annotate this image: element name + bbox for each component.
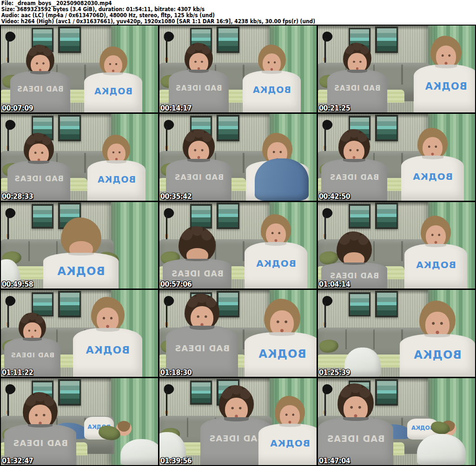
picture-frame [375, 291, 398, 317]
timestamp-label: 01:25:39 [319, 369, 350, 377]
shirt-print-text: ВОДКА [87, 174, 145, 184]
landscape-painting [33, 294, 52, 315]
shirt-print-text: ВОДКА [43, 265, 119, 278]
person-blond-figure: ВОДКА [73, 297, 142, 377]
person-blond-figure: ВОДКА [400, 301, 475, 377]
figure-shirt: ВОДКА [43, 253, 119, 289]
figure-head [183, 129, 214, 163]
video-thumbnail: BAD IDEASВОДКА00:28:33 [1, 114, 158, 201]
figure-head [26, 45, 55, 75]
timestamp-label: 01:39:56 [160, 457, 192, 465]
video-thumbnail: BAD IDEASВОДКА00:42:50 [318, 114, 475, 201]
figure-head [102, 135, 130, 164]
shirt-print-text: BAD IDEAS [7, 174, 70, 183]
figure-head [19, 313, 46, 341]
person-blond-figure: ВОДКА [258, 396, 317, 465]
person-blond-figure: ВОДКА [245, 214, 307, 289]
lamp-knob [324, 322, 326, 326]
shirt-print-text: BAD IDEAS [321, 271, 387, 280]
figure-head [338, 129, 370, 163]
timestamp-label: 00:57:06 [160, 281, 192, 289]
timestamp-label: 00:42:50 [319, 193, 350, 201]
shirt-print-text: ВОДКА [404, 259, 467, 270]
shirt-print-text: BAD IDEAS [166, 343, 238, 353]
video-thumbnail: BAD IDEASВОДКА00:35:42 [159, 114, 317, 201]
timestamp-label: 00:49:58 [2, 281, 33, 289]
picture-frame [349, 292, 370, 316]
figure-head [180, 228, 213, 263]
video-thumbnail: ВОДКА01:25:39 [318, 290, 475, 377]
person-blond-figure: ВОДКА [243, 45, 301, 112]
shirt-print-text: BAD IDEAS [10, 85, 70, 93]
person-blond-figure: ВОДКА [84, 46, 142, 112]
person-curly-figure: BAD IDEAS [166, 294, 238, 377]
timestamp-label: 01:32:47 [2, 457, 33, 465]
figure-shirt: ВОДКА [400, 334, 475, 377]
figure-shirt: ВОДКА [414, 65, 475, 112]
shirt-print-text: ВОДКА [400, 348, 475, 361]
lamp-knob [324, 58, 326, 61]
shirt-print-text: ВОДКА [245, 348, 317, 361]
lamp-knob [165, 58, 167, 61]
figure-shirt: ВОДКА [401, 156, 464, 201]
lamp-knob [7, 234, 9, 238]
person-blond-figure: ВОДКА [87, 135, 145, 201]
landscape-painting [350, 206, 369, 227]
figure-head [258, 45, 286, 74]
video-thumbnail: BAD IDEASВОДКА01:11:22 [1, 290, 158, 377]
figure-head [417, 128, 448, 159]
person-curly-figure: BAD IDEAS [7, 133, 70, 201]
white-chair [417, 434, 466, 465]
shirt-print-text: ВОДКА [243, 85, 301, 95]
video-thumbnail: BAD IDEASВОДКА00:57:06 [159, 202, 317, 289]
figure-head [23, 392, 58, 429]
shirt-print-text: ВОДКА [258, 438, 317, 449]
figure-shirt: ВОДКА [404, 244, 467, 289]
timestamp-label: 01:04:14 [319, 281, 350, 289]
picture-frame [190, 204, 212, 228]
figure-shirt: ВОДКА [84, 72, 142, 112]
video-thumbnail: ВОДКА00:49:58 [1, 202, 158, 289]
figure-jeans [255, 158, 309, 200]
video-contact-sheet: File: _dream_boys__202509082030.mp4 Size… [0, 0, 476, 466]
figure-shirt: ВОДКА [243, 71, 301, 112]
video-thumbnail: BAD IDEASВОДКА01:04:14 [318, 202, 475, 289]
video-thumbnail: BAD IDEASВОДКА00:07:09 [1, 26, 158, 112]
shirt-print-text: ВОДКА [414, 81, 475, 92]
picture-frame [375, 203, 398, 229]
person-knees-figure: ВОДКА [246, 133, 309, 201]
figure-head [430, 36, 462, 68]
timestamp-label: 00:35:42 [160, 193, 192, 201]
person-blond-figure: ВОДКА [245, 299, 317, 377]
landscape-painting [377, 293, 397, 315]
person-curly-figure: BAD IDEAS [327, 43, 387, 112]
figure-head [185, 43, 213, 73]
picture-frame [349, 204, 370, 228]
shirt-print-text: ВОДКА [245, 258, 307, 269]
shirt-print-text: BAD IDEAS [166, 173, 232, 182]
figure-head [343, 43, 372, 73]
figure-head [185, 294, 219, 330]
person-curly-figure: BAD IDEAS [166, 129, 232, 200]
picture-frame [217, 203, 239, 229]
timestamp-label: 01:18:30 [160, 369, 192, 377]
video-thumbnail: BAD IDEASВОДКА01:18:30 [159, 290, 317, 377]
timestamp-label: 00:07:09 [2, 105, 33, 112]
shirt-print-text: BAD IDEAS [169, 84, 228, 92]
figure-head [219, 385, 254, 422]
figure-head [419, 301, 456, 339]
video-thumbnail: BAD IDEASВОДКА01:39:56 [159, 378, 317, 465]
person-curly-figure: BAD IDEAS [169, 43, 228, 112]
landscape-painting [377, 204, 397, 227]
figure-shirt: ВОДКА [245, 332, 317, 377]
timestamp-label: 00:21:25 [319, 105, 350, 112]
figure-head [63, 219, 99, 257]
figure-head [421, 216, 451, 247]
timestamp-label: 00:14:17 [160, 105, 192, 112]
lamp-knob [165, 411, 167, 414]
file-metadata-header: File: _dream_boys__202509082030.mp4 Size… [0, 0, 476, 25]
shirt-print-text: BAD IDEAS [327, 84, 387, 92]
figure-head [275, 396, 305, 427]
figure-head [99, 46, 127, 76]
person-curly-figure: BAD IDEAS [10, 45, 70, 112]
